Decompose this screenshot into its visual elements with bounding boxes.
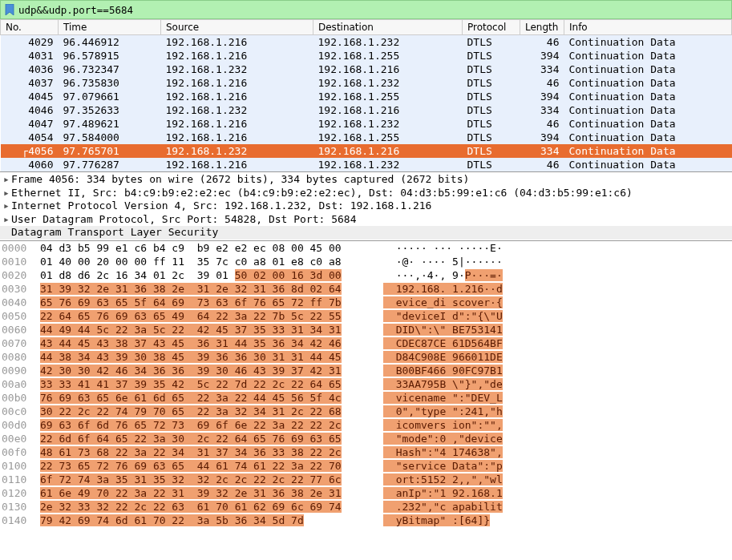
- col-header-source[interactable]: Source: [161, 20, 313, 35]
- col-header-info[interactable]: Info: [564, 20, 732, 35]
- packet-row[interactable]: 404797.489621192.168.1.216192.168.1.232D…: [1, 117, 732, 131]
- cell-time: 97.489621: [59, 117, 161, 131]
- packet-row[interactable]: 405497.584000192.168.1.216192.168.1.255D…: [1, 131, 732, 144]
- hex-bytes: 48 61 73 68 22 3a 22 34 31 37 34 36 33 3…: [40, 445, 369, 459]
- cell-destination: 192.168.1.255: [313, 131, 463, 144]
- detail-tree-item[interactable]: ▸Internet Protocol Version 4, Src: 192.1…: [0, 199, 732, 213]
- cell-source: 192.168.1.216: [161, 90, 313, 103]
- cell-no: ┌4056: [1, 144, 59, 158]
- hex-bytes: 6f 72 74 3a 35 31 35 32 32 2c 2c 22 2c 2…: [40, 473, 369, 486]
- bookmark-icon[interactable]: [4, 4, 15, 15]
- col-header-time[interactable]: Time: [59, 20, 161, 35]
- cell-no: 4037: [1, 76, 59, 90]
- detail-tree-item[interactable]: ▸Frame 4056: 334 bytes on wire (2672 bit…: [0, 173, 732, 187]
- hex-row[interactable]: 002001 d8 d6 2c 16 34 01 2c 39 01 50 02 …: [0, 268, 732, 282]
- hex-row[interactable]: 004065 76 69 63 65 5f 64 69 73 63 6f 76 …: [0, 296, 732, 309]
- expand-triangle-icon[interactable]: ▸: [3, 187, 11, 200]
- hex-row[interactable]: 009042 30 30 42 46 34 36 36 39 30 46 43 …: [0, 364, 732, 377]
- hex-row[interactable]: 006044 49 44 5c 22 3a 5c 22 42 45 37 35 …: [0, 323, 732, 336]
- hex-row[interactable]: 00c030 22 2c 22 74 79 70 65 22 3a 32 34 …: [0, 405, 732, 418]
- hex-bytes: 43 44 45 43 38 37 43 45 36 31 44 35 36 3…: [40, 336, 369, 350]
- packet-row[interactable]: 403796.735830192.168.1.216192.168.1.232D…: [1, 76, 732, 90]
- hex-row[interactable]: 01302e 32 33 32 22 2c 22 63 61 70 61 62 …: [0, 500, 732, 514]
- cell-time: 96.732347: [59, 62, 161, 76]
- hex-row[interactable]: 01106f 72 74 3a 35 31 35 32 32 2c 2c 22 …: [0, 473, 732, 486]
- display-filter-bar[interactable]: [0, 0, 732, 19]
- hex-row[interactable]: 008044 38 34 43 39 30 38 45 39 36 36 30 …: [0, 350, 732, 364]
- cell-time: 97.079661: [59, 90, 161, 103]
- cell-destination: 192.168.1.232: [313, 35, 463, 50]
- hex-row[interactable]: 007043 44 45 43 38 37 43 45 36 31 44 35 …: [0, 336, 732, 350]
- hex-row[interactable]: 000004 d3 b5 99 e1 c6 b4 c9 b9 e2 e2 ec …: [0, 241, 732, 255]
- cell-time: 96.446912: [59, 35, 161, 50]
- detail-tree-item[interactable]: Datagram Transport Layer Security: [0, 226, 732, 240]
- expand-triangle-icon[interactable]: ▸: [3, 173, 11, 187]
- hex-bytes: 42 30 30 42 46 34 36 36 39 30 46 43 39 3…: [40, 364, 369, 377]
- cell-time: 97.352633: [59, 103, 161, 117]
- hex-row[interactable]: 005022 64 65 76 69 63 65 49 64 22 3a 22 …: [0, 309, 732, 323]
- cell-destination: 192.168.1.216: [313, 62, 463, 76]
- hex-row[interactable]: 00b076 69 63 65 6e 61 6d 65 22 3a 22 44 …: [0, 391, 732, 405]
- hex-ascii: 192.168. 1.216··d: [369, 282, 503, 296]
- cell-length: 46: [520, 158, 564, 171]
- hex-ascii: "service Data":"p: [369, 459, 503, 473]
- hex-bytes: 76 69 63 65 6e 61 6d 65 22 3a 22 44 45 5…: [40, 391, 369, 405]
- packet-details-pane[interactable]: ▸Frame 4056: 334 bytes on wire (2672 bit…: [0, 171, 732, 240]
- packet-row[interactable]: 403696.732347192.168.1.232192.168.1.216D…: [1, 62, 732, 76]
- packet-row[interactable]: 404597.079661192.168.1.216192.168.1.255D…: [1, 90, 732, 103]
- cell-no: 4031: [1, 49, 59, 62]
- cell-length: 334: [520, 103, 564, 117]
- cell-protocol: DTLS: [463, 144, 520, 158]
- packet-list-header-row[interactable]: No. Time Source Destination Protocol Len…: [1, 20, 732, 35]
- cell-source: 192.168.1.216: [161, 131, 313, 144]
- hex-offset: 0000: [0, 241, 40, 255]
- col-header-no[interactable]: No.: [1, 20, 59, 35]
- detail-tree-item[interactable]: ▸Ethernet II, Src: b4:c9:b9:e2:e2:ec (b4…: [0, 187, 732, 200]
- cell-length: 46: [520, 117, 564, 131]
- col-header-protocol[interactable]: Protocol: [463, 20, 520, 35]
- packet-row[interactable]: 402996.446912192.168.1.216192.168.1.232D…: [1, 35, 732, 50]
- hex-row[interactable]: 003031 39 32 2e 31 36 38 2e 31 2e 32 31 …: [0, 282, 732, 296]
- hex-bytes: 44 49 44 5c 22 3a 5c 22 42 45 37 35 33 3…: [40, 323, 369, 336]
- hex-ascii: ort:5152 2,,","wl: [369, 473, 503, 486]
- cell-protocol: DTLS: [463, 90, 520, 103]
- cell-no: 4060: [1, 158, 59, 171]
- cell-info: Continuation Data: [564, 35, 732, 50]
- hex-bytes: 01 d8 d6 2c 16 34 01 2c 39 01 50 02 00 1…: [40, 268, 369, 282]
- hex-bytes: 31 39 32 2e 31 36 38 2e 31 2e 32 31 36 8…: [40, 282, 369, 296]
- cell-destination: 192.168.1.255: [313, 90, 463, 103]
- cell-protocol: DTLS: [463, 62, 520, 76]
- packet-row[interactable]: 403196.578915192.168.1.216192.168.1.255D…: [1, 49, 732, 62]
- packet-bytes-pane[interactable]: 000004 d3 b5 99 e1 c6 b4 c9 b9 e2 e2 ec …: [0, 240, 732, 527]
- cell-protocol: DTLS: [463, 103, 520, 117]
- hex-row[interactable]: 00e022 6d 6f 64 65 22 3a 30 2c 22 64 65 …: [0, 432, 732, 445]
- hex-ascii: D84C908E 966011DE: [369, 350, 503, 364]
- packet-row[interactable]: ┌405697.765701192.168.1.232192.168.1.216…: [1, 144, 732, 158]
- cell-time: 97.765701: [59, 144, 161, 158]
- detail-tree-item[interactable]: ▸User Datagram Protocol, Src Port: 54828…: [0, 213, 732, 227]
- hex-row[interactable]: 00f048 61 73 68 22 3a 22 34 31 37 34 36 …: [0, 445, 732, 459]
- hex-offset: 0080: [0, 350, 40, 364]
- hex-row[interactable]: 00a033 33 41 41 37 39 35 42 5c 22 7d 22 …: [0, 377, 732, 391]
- cell-protocol: DTLS: [463, 117, 520, 131]
- expand-triangle-icon[interactable]: ▸: [3, 199, 11, 213]
- cell-info: Continuation Data: [564, 90, 732, 103]
- col-header-length[interactable]: Length: [520, 20, 564, 35]
- display-filter-input[interactable]: [18, 4, 728, 16]
- hex-offset: 0090: [0, 364, 40, 377]
- hex-row[interactable]: 010022 73 65 72 76 69 63 65 44 61 74 61 …: [0, 459, 732, 473]
- hex-row[interactable]: 001001 40 00 20 00 00 ff 11 35 7c c0 a8 …: [0, 255, 732, 268]
- col-header-destination[interactable]: Destination: [313, 20, 463, 35]
- hex-bytes: 22 6d 6f 64 65 22 3a 30 2c 22 64 65 76 6…: [40, 432, 369, 445]
- packet-row[interactable]: 404697.352633192.168.1.232192.168.1.216D…: [1, 103, 732, 117]
- cell-length: 394: [520, 90, 564, 103]
- hex-offset: 0050: [0, 309, 40, 323]
- hex-ascii: DID\":\" BE753141: [369, 323, 503, 336]
- packet-row[interactable]: 406097.776287192.168.1.216192.168.1.232D…: [1, 158, 732, 171]
- hex-row[interactable]: 00d069 63 6f 6d 76 65 72 73 69 6f 6e 22 …: [0, 418, 732, 432]
- cell-destination: 192.168.1.232: [313, 76, 463, 90]
- hex-row[interactable]: 012061 6e 49 70 22 3a 22 31 39 32 2e 31 …: [0, 486, 732, 500]
- expand-triangle-icon[interactable]: ▸: [3, 213, 11, 227]
- hex-row[interactable]: 014079 42 69 74 6d 61 70 22 3a 5b 36 34 …: [0, 514, 732, 527]
- cell-destination: 192.168.1.255: [313, 49, 463, 62]
